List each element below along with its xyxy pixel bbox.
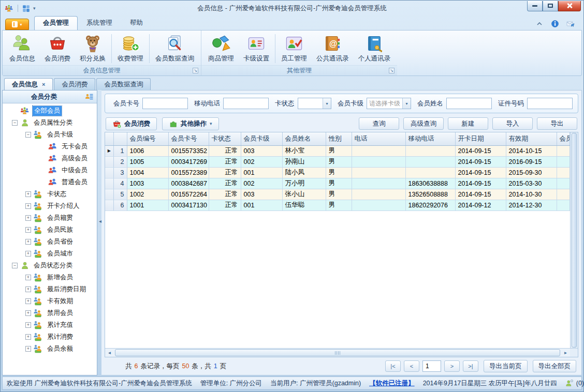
layout-icon[interactable] bbox=[22, 4, 31, 13]
expand-icon[interactable] bbox=[25, 287, 31, 292]
column-header[interactable]: 会员卡级 bbox=[241, 132, 282, 145]
app-menu-button[interactable]: ▾ bbox=[5, 19, 29, 30]
expand-icon[interactable] bbox=[25, 251, 31, 257]
doc-tab[interactable]: 会员数据查询 bbox=[96, 78, 151, 90]
ribbon-tab-2[interactable]: 帮助 bbox=[121, 16, 152, 30]
table-cell[interactable]: 001 bbox=[241, 200, 282, 210]
table-cell[interactable]: 2014-09-15 bbox=[455, 167, 506, 178]
expand-icon[interactable] bbox=[25, 322, 31, 328]
column-header[interactable]: 移动电话 bbox=[405, 132, 455, 145]
ribbon-button[interactable]: 会员信息 bbox=[5, 32, 40, 65]
tree-item[interactable]: 会员籍贯 bbox=[3, 212, 97, 224]
action-button[interactable]: 导入 bbox=[492, 117, 533, 130]
table-cell[interactable]: 2014-09-15 bbox=[455, 156, 506, 167]
table-cell[interactable]: 陆小凤 bbox=[282, 167, 326, 178]
table-cell[interactable]: 男 bbox=[326, 156, 352, 167]
table-cell[interactable]: 2014-09-15 bbox=[455, 178, 506, 189]
table-cell[interactable] bbox=[352, 145, 405, 156]
table-cell[interactable]: 1003 bbox=[127, 178, 168, 189]
table-cell[interactable]: 2014-09-12 bbox=[455, 200, 506, 210]
collapse-ribbon-icon[interactable] bbox=[535, 20, 544, 28]
table-cell[interactable]: 正常 bbox=[209, 200, 241, 210]
dialog-launcher-icon[interactable] bbox=[193, 68, 198, 73]
doc-tab[interactable]: 会员信息× bbox=[4, 78, 53, 90]
expand-icon[interactable] bbox=[25, 275, 31, 280]
table-cell[interactable]: 18620292076 bbox=[405, 200, 455, 210]
tree-item[interactable]: 无卡会员 bbox=[3, 141, 97, 153]
table-cell[interactable]: 男 bbox=[326, 145, 352, 156]
table-cell[interactable]: 001 bbox=[241, 167, 282, 178]
tree-item[interactable]: 会员省份 bbox=[3, 236, 97, 248]
table-cell[interactable]: 18630638888 bbox=[405, 178, 455, 189]
table-cell[interactable] bbox=[352, 200, 405, 210]
expand-icon[interactable] bbox=[25, 310, 31, 316]
ribbon-button[interactable]: 卡级设置 bbox=[239, 32, 274, 65]
filter-select-3[interactable]: 请选择卡级 bbox=[367, 98, 411, 109]
table-cell[interactable]: 003 bbox=[241, 189, 282, 200]
table-cell[interactable]: 2014-12-30 bbox=[506, 200, 557, 210]
table-cell[interactable]: 正常 bbox=[209, 156, 241, 167]
dropdown-arrow-icon[interactable]: ▾ bbox=[33, 6, 36, 11]
tree-item[interactable]: 卡有效期 bbox=[3, 295, 97, 307]
expand-icon[interactable] bbox=[25, 298, 31, 304]
scroll-right-icon[interactable] bbox=[561, 349, 570, 357]
table-cell[interactable]: 003 bbox=[241, 145, 282, 156]
table-cell[interactable]: 0015572264 bbox=[168, 189, 209, 200]
tree-item[interactable]: 卡状态 bbox=[3, 188, 97, 200]
expand-icon[interactable] bbox=[25, 346, 31, 352]
collapse-icon[interactable] bbox=[12, 120, 18, 126]
table-row[interactable]: 410030003842687正常002万小明男186306388882014-… bbox=[105, 178, 570, 189]
table-cell[interactable]: 万小明 bbox=[282, 178, 326, 189]
first-page-button[interactable]: |< bbox=[385, 360, 401, 372]
prev-page-button[interactable]: < bbox=[404, 360, 419, 372]
table-cell[interactable] bbox=[557, 156, 570, 167]
ribbon-button[interactable]: 会员数据查询 bbox=[151, 32, 199, 65]
table-cell[interactable]: 正常 bbox=[209, 167, 241, 178]
tree-item[interactable]: 累计消费 bbox=[3, 331, 97, 343]
filter-select-2[interactable] bbox=[298, 98, 332, 109]
column-header[interactable]: 开卡日期 bbox=[455, 132, 506, 145]
tree-item[interactable]: 高级会员 bbox=[3, 153, 97, 164]
table-cell[interactable]: 男 bbox=[326, 200, 352, 210]
page-number-input[interactable] bbox=[422, 360, 441, 372]
minimize-button[interactable] bbox=[527, 1, 543, 11]
action-button[interactable]: 查询 bbox=[359, 117, 399, 130]
toolbar-button[interactable]: 其他操作▾ bbox=[162, 117, 219, 130]
table-cell[interactable]: 1004 bbox=[127, 167, 168, 178]
table-cell[interactable]: 2014-10-30 bbox=[506, 189, 557, 200]
filter-input-5[interactable] bbox=[527, 98, 573, 109]
expand-icon[interactable] bbox=[25, 334, 31, 340]
filter-input-1[interactable] bbox=[223, 98, 269, 109]
table-cell[interactable]: 1002 bbox=[127, 189, 168, 200]
close-tab-icon[interactable]: × bbox=[42, 81, 45, 87]
collapse-icon[interactable] bbox=[12, 263, 18, 268]
table-cell[interactable]: 1006 bbox=[127, 145, 168, 156]
table-cell[interactable]: 正常 bbox=[209, 189, 241, 200]
horizontal-scrollbar-thumb[interactable] bbox=[115, 349, 560, 356]
tree-item[interactable]: 会员状态分类 bbox=[3, 260, 97, 272]
table-row[interactable]: 310040015572389正常001陆小凤男2014-09-152015-0… bbox=[105, 167, 570, 178]
table-cell[interactable] bbox=[352, 178, 405, 189]
table-cell[interactable] bbox=[352, 189, 405, 200]
table-cell[interactable] bbox=[557, 200, 570, 210]
collapse-sidebar-icon[interactable]: ◂ bbox=[99, 218, 101, 224]
ribbon-tab-0[interactable]: 会员管理 bbox=[34, 16, 78, 30]
column-header[interactable]: 电话 bbox=[352, 132, 405, 145]
tree-item[interactable]: 开卡介绍人 bbox=[3, 200, 97, 212]
filter-input-4[interactable] bbox=[446, 98, 492, 109]
expand-icon[interactable] bbox=[25, 191, 31, 197]
expand-icon[interactable] bbox=[25, 215, 31, 221]
table-cell[interactable] bbox=[352, 167, 405, 178]
expand-icon[interactable] bbox=[25, 227, 31, 233]
column-header[interactable]: 会员编号 bbox=[127, 132, 168, 145]
ribbon-button[interactable]: 积分兑换 bbox=[75, 32, 110, 65]
feedback-icon[interactable] bbox=[566, 20, 575, 28]
doc-tab[interactable]: 会员消费 bbox=[54, 78, 95, 90]
tree-item[interactable]: 新增会员 bbox=[3, 272, 97, 283]
table-cell[interactable]: 1001 bbox=[127, 200, 168, 210]
table-cell[interactable] bbox=[557, 167, 570, 178]
export-current-page-button[interactable]: 导出当前页 bbox=[484, 360, 528, 372]
table-cell[interactable]: 男 bbox=[326, 167, 352, 178]
table-cell[interactable] bbox=[352, 156, 405, 167]
ribbon-button[interactable]: @公共通讯录 bbox=[312, 32, 354, 65]
